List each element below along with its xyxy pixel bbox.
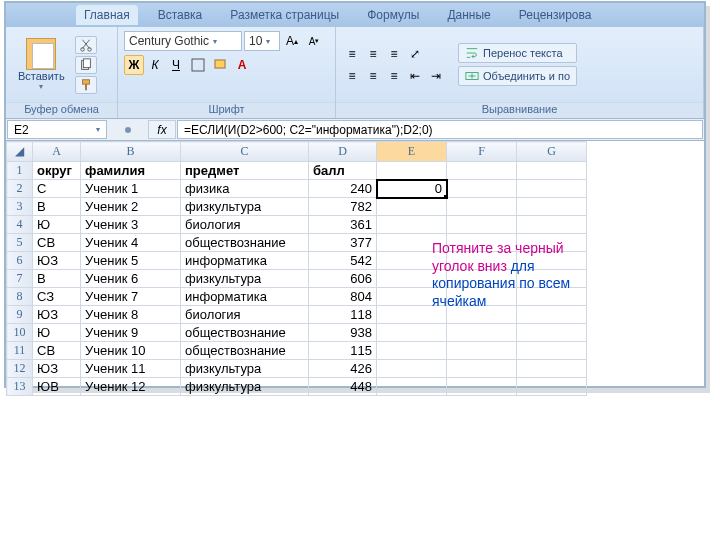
cut-button[interactable] — [75, 36, 97, 54]
orientation-button[interactable]: ⤢ — [405, 44, 425, 64]
indent-inc-button[interactable]: ⇥ — [426, 66, 446, 86]
active-cell[interactable]: 0 — [377, 180, 447, 198]
tab-pagelayout[interactable]: Разметка страницы — [222, 5, 347, 25]
col-header-f[interactable]: F — [447, 142, 517, 162]
font-name-combo[interactable]: Century Gothic▾ — [124, 31, 242, 51]
group-font-label: Шрифт — [118, 102, 335, 118]
paste-button[interactable]: Вставить ▾ — [12, 36, 71, 93]
paste-label: Вставить — [18, 70, 65, 82]
border-button[interactable] — [188, 55, 208, 75]
align-middle-button[interactable]: ≡ — [363, 44, 383, 64]
header-cell[interactable]: балл — [309, 162, 377, 180]
table-row[interactable]: 3ВУченик 2физкультура782 — [7, 198, 587, 216]
header-cell[interactable]: фамилия — [81, 162, 181, 180]
header-cell[interactable]: предмет — [181, 162, 309, 180]
dot-icon — [125, 127, 131, 133]
align-bottom-button[interactable]: ≡ — [384, 44, 404, 64]
table-row[interactable]: 10ЮУченик 9обществознание938 — [7, 324, 587, 342]
header-cell[interactable]: округ — [33, 162, 81, 180]
formula-bar: E2▾ fx =ЕСЛИ(И(D2>600; C2="информатика")… — [6, 119, 704, 141]
merge-icon — [465, 69, 479, 83]
tab-data[interactable]: Данные — [439, 5, 498, 25]
table-row[interactable]: 1 округ фамилия предмет балл — [7, 162, 587, 180]
align-center-button[interactable]: ≡ — [363, 66, 383, 86]
wrap-text-button[interactable]: Перенос текста — [458, 43, 577, 63]
fill-color-button[interactable] — [210, 55, 230, 75]
table-row[interactable]: 2СУченик 1физика2400 — [7, 180, 587, 198]
group-align-label: Выравнивание — [336, 102, 703, 118]
select-all-corner[interactable]: ◢ — [7, 142, 33, 162]
wrap-text-icon — [465, 46, 479, 60]
formula-input[interactable]: =ЕСЛИ(И(D2>600; C2="информатика");D2;0) — [177, 120, 703, 139]
table-row[interactable]: 4ЮУченик 3биология361 — [7, 216, 587, 234]
col-header-g[interactable]: G — [517, 142, 587, 162]
indent-dec-button[interactable]: ⇤ — [405, 66, 425, 86]
table-row[interactable]: 13ЮВУченик 12физкультура448 — [7, 378, 587, 396]
table-row[interactable]: 12ЮЗУченик 11физкультура426 — [7, 360, 587, 378]
format-painter-button[interactable] — [75, 76, 97, 94]
underline-button[interactable]: Ч — [166, 55, 186, 75]
name-box[interactable]: E2▾ — [7, 120, 107, 139]
col-header-b[interactable]: B — [81, 142, 181, 162]
ribbon: Вставить ▾ Буфер обмена Century Gothic▾ … — [6, 27, 704, 119]
group-clipboard-label: Буфер обмена — [6, 102, 117, 118]
tab-formulas[interactable]: Формулы — [359, 5, 427, 25]
svg-rect-3 — [83, 58, 90, 67]
shrink-font-button[interactable]: A▾ — [304, 31, 324, 51]
spreadsheet-grid[interactable]: ◢ A B C D E F G 1 округ фамилия предмет … — [6, 141, 704, 396]
col-header-a[interactable]: A — [33, 142, 81, 162]
svg-rect-7 — [215, 60, 225, 68]
font-color-button[interactable]: A — [232, 55, 252, 75]
table-row[interactable]: 11СВУченик 10обществознание115 — [7, 342, 587, 360]
col-header-e[interactable]: E — [377, 142, 447, 162]
annotation-text: Потяните за черный уголок вниз для копир… — [432, 240, 582, 310]
excel-window: Главная Вставка Разметка страницы Формул… — [4, 1, 706, 388]
italic-button[interactable]: К — [145, 55, 165, 75]
align-left-button[interactable]: ≡ — [342, 66, 362, 86]
ribbon-tabs: Главная Вставка Разметка страницы Формул… — [6, 3, 704, 27]
bold-button[interactable]: Ж — [124, 55, 144, 75]
col-header-d[interactable]: D — [309, 142, 377, 162]
align-right-button[interactable]: ≡ — [384, 66, 404, 86]
tab-insert[interactable]: Вставка — [150, 5, 211, 25]
tab-home[interactable]: Главная — [76, 5, 138, 25]
copy-button[interactable] — [75, 56, 97, 74]
tab-review[interactable]: Рецензирова — [511, 5, 600, 25]
fx-button[interactable]: fx — [148, 120, 176, 139]
align-top-button[interactable]: ≡ — [342, 44, 362, 64]
col-header-c[interactable]: C — [181, 142, 309, 162]
merge-button[interactable]: Объединить и по — [458, 66, 577, 86]
grow-font-button[interactable]: A▴ — [282, 31, 302, 51]
paste-icon — [26, 38, 56, 70]
font-size-combo[interactable]: 10▾ — [244, 31, 280, 51]
svg-rect-6 — [192, 59, 204, 71]
svg-rect-5 — [85, 84, 87, 90]
svg-rect-4 — [82, 79, 89, 83]
